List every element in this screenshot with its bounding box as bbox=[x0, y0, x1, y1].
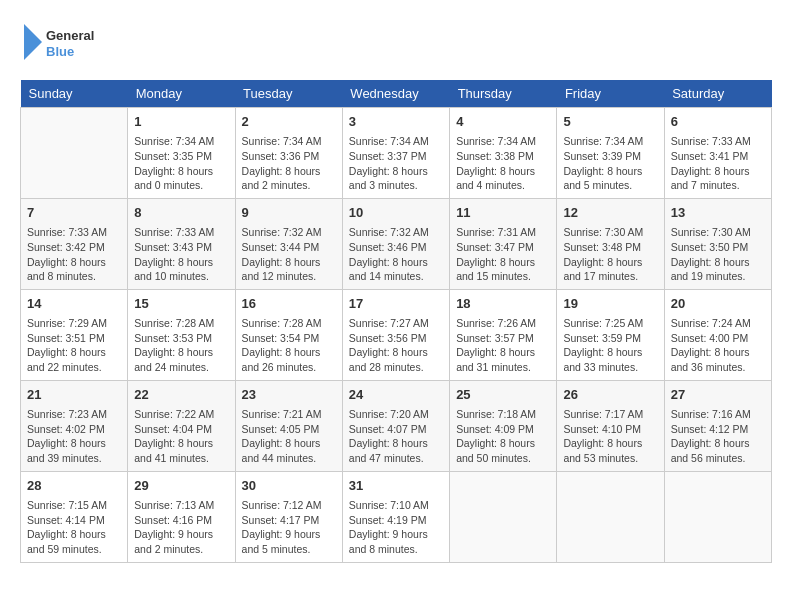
day-info: Sunrise: 7:30 AM Sunset: 3:50 PM Dayligh… bbox=[671, 225, 765, 284]
svg-text:Blue: Blue bbox=[46, 44, 74, 59]
day-info: Sunrise: 7:28 AM Sunset: 3:53 PM Dayligh… bbox=[134, 316, 228, 375]
logo: General Blue bbox=[20, 20, 100, 64]
day-info: Sunrise: 7:18 AM Sunset: 4:09 PM Dayligh… bbox=[456, 407, 550, 466]
day-info: Sunrise: 7:33 AM Sunset: 3:42 PM Dayligh… bbox=[27, 225, 121, 284]
day-info: Sunrise: 7:29 AM Sunset: 3:51 PM Dayligh… bbox=[27, 316, 121, 375]
calendar-cell bbox=[450, 471, 557, 562]
day-number: 11 bbox=[456, 204, 550, 222]
calendar-cell: 18Sunrise: 7:26 AM Sunset: 3:57 PM Dayli… bbox=[450, 289, 557, 380]
day-info: Sunrise: 7:31 AM Sunset: 3:47 PM Dayligh… bbox=[456, 225, 550, 284]
calendar-cell: 11Sunrise: 7:31 AM Sunset: 3:47 PM Dayli… bbox=[450, 198, 557, 289]
day-number: 29 bbox=[134, 477, 228, 495]
day-number: 22 bbox=[134, 386, 228, 404]
day-number: 13 bbox=[671, 204, 765, 222]
calendar-week-1: 1Sunrise: 7:34 AM Sunset: 3:35 PM Daylig… bbox=[21, 108, 772, 199]
day-number: 15 bbox=[134, 295, 228, 313]
calendar-cell: 9Sunrise: 7:32 AM Sunset: 3:44 PM Daylig… bbox=[235, 198, 342, 289]
calendar-cell: 17Sunrise: 7:27 AM Sunset: 3:56 PM Dayli… bbox=[342, 289, 449, 380]
calendar-cell: 25Sunrise: 7:18 AM Sunset: 4:09 PM Dayli… bbox=[450, 380, 557, 471]
calendar-cell: 13Sunrise: 7:30 AM Sunset: 3:50 PM Dayli… bbox=[664, 198, 771, 289]
calendar-week-2: 7Sunrise: 7:33 AM Sunset: 3:42 PM Daylig… bbox=[21, 198, 772, 289]
header-saturday: Saturday bbox=[664, 80, 771, 108]
calendar-cell: 20Sunrise: 7:24 AM Sunset: 4:00 PM Dayli… bbox=[664, 289, 771, 380]
calendar-table: SundayMondayTuesdayWednesdayThursdayFrid… bbox=[20, 80, 772, 563]
day-info: Sunrise: 7:32 AM Sunset: 3:44 PM Dayligh… bbox=[242, 225, 336, 284]
day-number: 28 bbox=[27, 477, 121, 495]
day-number: 27 bbox=[671, 386, 765, 404]
header-thursday: Thursday bbox=[450, 80, 557, 108]
calendar-cell: 12Sunrise: 7:30 AM Sunset: 3:48 PM Dayli… bbox=[557, 198, 664, 289]
svg-text:General: General bbox=[46, 28, 94, 43]
day-number: 3 bbox=[349, 113, 443, 131]
day-info: Sunrise: 7:33 AM Sunset: 3:41 PM Dayligh… bbox=[671, 134, 765, 193]
calendar-cell: 31Sunrise: 7:10 AM Sunset: 4:19 PM Dayli… bbox=[342, 471, 449, 562]
day-number: 9 bbox=[242, 204, 336, 222]
calendar-cell: 27Sunrise: 7:16 AM Sunset: 4:12 PM Dayli… bbox=[664, 380, 771, 471]
page-header: General Blue bbox=[20, 20, 772, 64]
day-info: Sunrise: 7:34 AM Sunset: 3:39 PM Dayligh… bbox=[563, 134, 657, 193]
day-info: Sunrise: 7:13 AM Sunset: 4:16 PM Dayligh… bbox=[134, 498, 228, 557]
day-number: 23 bbox=[242, 386, 336, 404]
calendar-cell: 7Sunrise: 7:33 AM Sunset: 3:42 PM Daylig… bbox=[21, 198, 128, 289]
calendar-cell: 10Sunrise: 7:32 AM Sunset: 3:46 PM Dayli… bbox=[342, 198, 449, 289]
calendar-header-row: SundayMondayTuesdayWednesdayThursdayFrid… bbox=[21, 80, 772, 108]
calendar-cell bbox=[21, 108, 128, 199]
header-monday: Monday bbox=[128, 80, 235, 108]
day-number: 1 bbox=[134, 113, 228, 131]
day-number: 31 bbox=[349, 477, 443, 495]
day-number: 21 bbox=[27, 386, 121, 404]
calendar-cell: 3Sunrise: 7:34 AM Sunset: 3:37 PM Daylig… bbox=[342, 108, 449, 199]
day-info: Sunrise: 7:26 AM Sunset: 3:57 PM Dayligh… bbox=[456, 316, 550, 375]
day-number: 5 bbox=[563, 113, 657, 131]
calendar-cell: 8Sunrise: 7:33 AM Sunset: 3:43 PM Daylig… bbox=[128, 198, 235, 289]
day-number: 17 bbox=[349, 295, 443, 313]
day-info: Sunrise: 7:24 AM Sunset: 4:00 PM Dayligh… bbox=[671, 316, 765, 375]
day-number: 12 bbox=[563, 204, 657, 222]
day-info: Sunrise: 7:12 AM Sunset: 4:17 PM Dayligh… bbox=[242, 498, 336, 557]
header-friday: Friday bbox=[557, 80, 664, 108]
calendar-cell: 23Sunrise: 7:21 AM Sunset: 4:05 PM Dayli… bbox=[235, 380, 342, 471]
calendar-cell: 30Sunrise: 7:12 AM Sunset: 4:17 PM Dayli… bbox=[235, 471, 342, 562]
calendar-cell: 21Sunrise: 7:23 AM Sunset: 4:02 PM Dayli… bbox=[21, 380, 128, 471]
calendar-cell: 29Sunrise: 7:13 AM Sunset: 4:16 PM Dayli… bbox=[128, 471, 235, 562]
day-info: Sunrise: 7:28 AM Sunset: 3:54 PM Dayligh… bbox=[242, 316, 336, 375]
header-sunday: Sunday bbox=[21, 80, 128, 108]
calendar-week-3: 14Sunrise: 7:29 AM Sunset: 3:51 PM Dayli… bbox=[21, 289, 772, 380]
day-info: Sunrise: 7:23 AM Sunset: 4:02 PM Dayligh… bbox=[27, 407, 121, 466]
calendar-cell: 14Sunrise: 7:29 AM Sunset: 3:51 PM Dayli… bbox=[21, 289, 128, 380]
day-info: Sunrise: 7:34 AM Sunset: 3:37 PM Dayligh… bbox=[349, 134, 443, 193]
day-number: 8 bbox=[134, 204, 228, 222]
calendar-cell: 28Sunrise: 7:15 AM Sunset: 4:14 PM Dayli… bbox=[21, 471, 128, 562]
calendar-cell bbox=[557, 471, 664, 562]
day-number: 10 bbox=[349, 204, 443, 222]
day-info: Sunrise: 7:33 AM Sunset: 3:43 PM Dayligh… bbox=[134, 225, 228, 284]
day-info: Sunrise: 7:15 AM Sunset: 4:14 PM Dayligh… bbox=[27, 498, 121, 557]
calendar-week-4: 21Sunrise: 7:23 AM Sunset: 4:02 PM Dayli… bbox=[21, 380, 772, 471]
day-number: 26 bbox=[563, 386, 657, 404]
day-number: 19 bbox=[563, 295, 657, 313]
calendar-cell bbox=[664, 471, 771, 562]
day-number: 7 bbox=[27, 204, 121, 222]
calendar-cell: 6Sunrise: 7:33 AM Sunset: 3:41 PM Daylig… bbox=[664, 108, 771, 199]
calendar-cell: 24Sunrise: 7:20 AM Sunset: 4:07 PM Dayli… bbox=[342, 380, 449, 471]
day-info: Sunrise: 7:30 AM Sunset: 3:48 PM Dayligh… bbox=[563, 225, 657, 284]
day-number: 30 bbox=[242, 477, 336, 495]
day-info: Sunrise: 7:21 AM Sunset: 4:05 PM Dayligh… bbox=[242, 407, 336, 466]
day-number: 24 bbox=[349, 386, 443, 404]
day-number: 14 bbox=[27, 295, 121, 313]
calendar-cell: 15Sunrise: 7:28 AM Sunset: 3:53 PM Dayli… bbox=[128, 289, 235, 380]
logo-svg: General Blue bbox=[20, 20, 100, 64]
day-number: 20 bbox=[671, 295, 765, 313]
day-number: 16 bbox=[242, 295, 336, 313]
header-tuesday: Tuesday bbox=[235, 80, 342, 108]
day-number: 4 bbox=[456, 113, 550, 131]
calendar-cell: 16Sunrise: 7:28 AM Sunset: 3:54 PM Dayli… bbox=[235, 289, 342, 380]
day-number: 25 bbox=[456, 386, 550, 404]
day-number: 2 bbox=[242, 113, 336, 131]
day-info: Sunrise: 7:20 AM Sunset: 4:07 PM Dayligh… bbox=[349, 407, 443, 466]
day-info: Sunrise: 7:25 AM Sunset: 3:59 PM Dayligh… bbox=[563, 316, 657, 375]
calendar-cell: 5Sunrise: 7:34 AM Sunset: 3:39 PM Daylig… bbox=[557, 108, 664, 199]
calendar-cell: 2Sunrise: 7:34 AM Sunset: 3:36 PM Daylig… bbox=[235, 108, 342, 199]
day-info: Sunrise: 7:10 AM Sunset: 4:19 PM Dayligh… bbox=[349, 498, 443, 557]
day-info: Sunrise: 7:34 AM Sunset: 3:38 PM Dayligh… bbox=[456, 134, 550, 193]
